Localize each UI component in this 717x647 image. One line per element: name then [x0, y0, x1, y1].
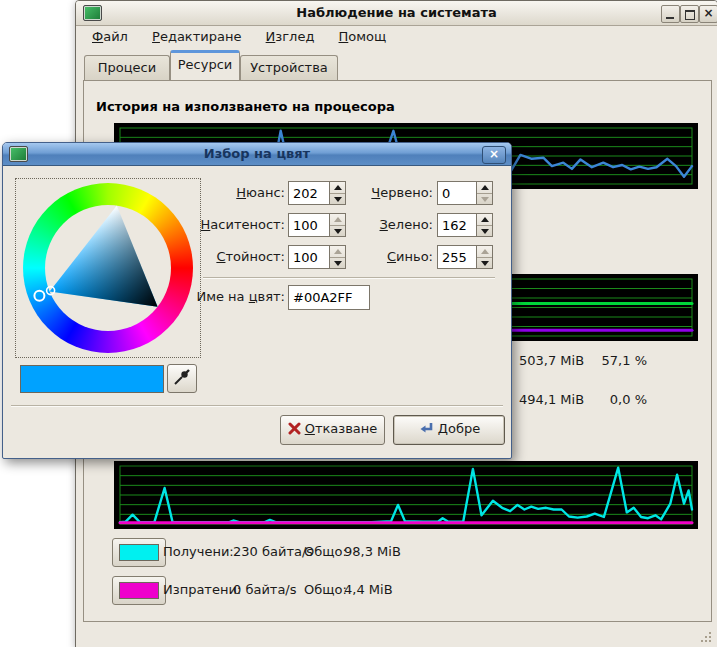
tab-resources[interactable]: Ресурси — [170, 50, 240, 80]
resize-grip[interactable] — [699, 630, 713, 644]
sent-label: Изпратени: — [163, 582, 241, 597]
green-spinner[interactable] — [477, 213, 493, 237]
sent-rate: 0 байта/s — [233, 582, 297, 597]
menu-item-edit[interactable]: Редактиране — [142, 26, 251, 47]
menu-item-help[interactable]: Помощ — [329, 26, 397, 47]
received-total-label: Общо: — [304, 544, 347, 559]
menubar: Файл Редактиране Изглед Помощ — [76, 26, 717, 49]
green-spin-down-icon[interactable] — [477, 225, 492, 236]
tab-strip: Процеси Ресурси Устройства — [76, 53, 717, 80]
tab-processes[interactable]: Процеси — [84, 55, 170, 80]
received-color-button[interactable] — [112, 538, 166, 567]
tab-devices[interactable]: Устройства — [240, 55, 338, 80]
blue-input[interactable] — [437, 245, 477, 269]
dialog-close-icon: × — [489, 147, 499, 161]
saturation-input[interactable] — [288, 213, 330, 237]
red-label: Червено: — [331, 185, 433, 200]
current-color-swatch — [20, 365, 164, 393]
value-input[interactable] — [288, 245, 330, 269]
dialog-titlebar[interactable]: Избор на цвят × — [3, 143, 511, 166]
memory-used-percent: 57,1 % — [581, 353, 647, 368]
hsv-triangle[interactable] — [23, 183, 193, 353]
sent-color-button[interactable] — [112, 576, 166, 605]
ok-button[interactable]: Добре — [393, 415, 505, 445]
received-total: 98,3 MiB — [344, 544, 401, 559]
hue-label: Нюанс: — [183, 185, 285, 200]
received-color-swatch — [119, 544, 159, 561]
hue-input[interactable] — [288, 181, 330, 205]
blue-label: Синьо: — [331, 249, 433, 264]
value-label: Стойност: — [183, 249, 285, 264]
hue-marker[interactable] — [34, 291, 44, 301]
sent-total: 4,4 MiB — [344, 582, 393, 597]
close-icon: × — [703, 6, 713, 20]
ok-label: Добре — [438, 416, 480, 442]
menu-item-file[interactable]: Файл — [82, 26, 138, 47]
window-title: Наблюдение на системата — [76, 5, 717, 20]
cancel-icon — [288, 422, 301, 435]
green-input[interactable] — [437, 213, 477, 237]
saturation-label: Наситеност: — [183, 217, 285, 232]
eyedropper-icon — [168, 365, 194, 390]
maximize-button[interactable] — [680, 5, 699, 23]
hue-ring[interactable] — [23, 183, 193, 353]
eyedropper-button[interactable] — [167, 364, 197, 393]
desktop: Наблюдение на системата × Файл Редактира… — [0, 0, 717, 647]
swap-used-amount: 494,1 MiB — [519, 392, 584, 407]
swap-used-percent: 0,0 % — [581, 392, 647, 407]
dialog-close-button[interactable]: × — [482, 146, 506, 164]
color-name-label: Име на цвят: — [183, 289, 285, 304]
cancel-label: Отказване — [305, 416, 378, 442]
received-label: Получени: — [163, 544, 234, 559]
ok-icon — [418, 421, 434, 435]
close-button[interactable]: × — [699, 5, 717, 23]
network-history-chart — [114, 461, 698, 529]
color-wheel-frame — [15, 178, 201, 358]
sent-total-label: Общо: — [304, 582, 347, 597]
green-label: Зелено: — [331, 217, 433, 232]
memory-used-amount: 503,7 MiB — [519, 353, 584, 368]
blue-spinner[interactable] — [477, 245, 493, 269]
color-picker-dialog: Избор на цвят × — [2, 142, 512, 459]
red-input[interactable] — [437, 181, 477, 205]
status-bar — [76, 620, 717, 647]
sent-color-swatch — [119, 582, 159, 599]
window-titlebar[interactable]: Наблюдение на системата × — [76, 1, 717, 26]
menu-item-view[interactable]: Изглед — [256, 26, 325, 47]
blue-spin-down-icon[interactable] — [477, 257, 492, 268]
color-name-input[interactable] — [288, 285, 370, 310]
action-separator — [11, 405, 503, 407]
cpu-history-heading: История на използването на процесора — [96, 99, 395, 114]
dialog-title: Избор на цвят — [3, 146, 511, 161]
red-spin-down-icon[interactable] — [477, 193, 492, 204]
minimize-icon — [666, 17, 674, 19]
fields-separator — [203, 277, 495, 279]
cancel-button[interactable]: Отказване — [280, 415, 385, 445]
red-spinner[interactable] — [477, 181, 493, 205]
minimize-button[interactable] — [661, 5, 680, 23]
maximize-icon — [685, 10, 695, 20]
received-rate: 230 байта/s — [233, 544, 313, 559]
